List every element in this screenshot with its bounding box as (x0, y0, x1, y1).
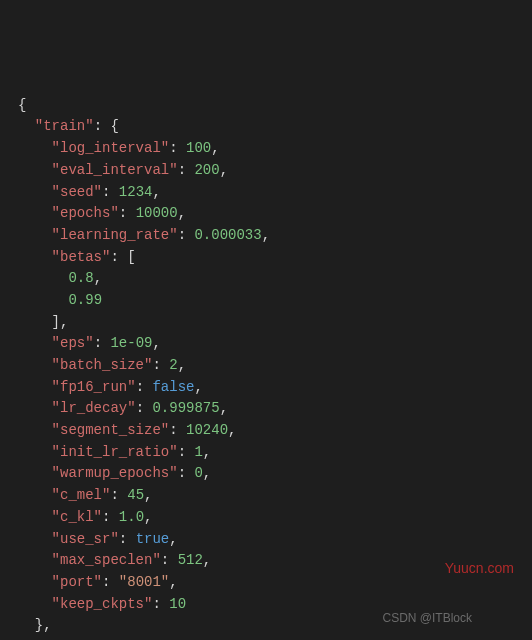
code-line: "c_mel": 45, (18, 485, 532, 507)
watermark-yuucn: Yuucn.com (445, 558, 514, 580)
code-line: { (18, 95, 532, 117)
code-line: "epochs": 10000, (18, 203, 532, 225)
code-line: "train": { (18, 116, 532, 138)
code-line: "segment_size": 10240, (18, 420, 532, 442)
code-line: "seed": 1234, (18, 182, 532, 204)
code-line: ], (18, 312, 532, 334)
code-line: "c_kl": 1.0, (18, 507, 532, 529)
code-line: 0.8, (18, 268, 532, 290)
code-line: "fp16_run": false, (18, 377, 532, 399)
json-code-block: { "train": { "log_interval": 100, "eval_… (18, 95, 532, 637)
watermark-csdn: CSDN @ITBlock (382, 609, 472, 628)
code-line: 0.99 (18, 290, 532, 312)
code-line: "lr_decay": 0.999875, (18, 398, 532, 420)
code-line: "learning_rate": 0.000033, (18, 225, 532, 247)
code-line: "log_interval": 100, (18, 138, 532, 160)
code-line: "eps": 1e-09, (18, 333, 532, 355)
code-line: "use_sr": true, (18, 529, 532, 551)
code-line: "batch_size": 2, (18, 355, 532, 377)
code-line: "eval_interval": 200, (18, 160, 532, 182)
code-line: "betas": [ (18, 247, 532, 269)
code-line: "warmup_epochs": 0, (18, 463, 532, 485)
code-line: "init_lr_ratio": 1, (18, 442, 532, 464)
